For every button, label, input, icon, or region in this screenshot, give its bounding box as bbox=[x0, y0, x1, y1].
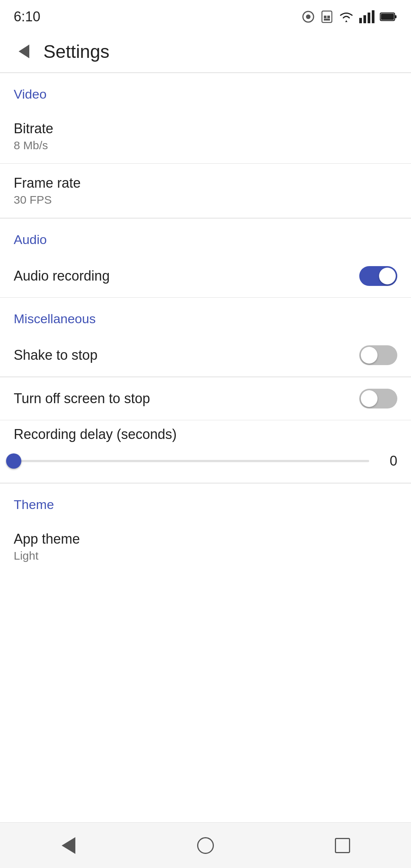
settings-item-audio-recording[interactable]: Audio recording bbox=[0, 255, 411, 297]
wifi-icon bbox=[339, 11, 354, 22]
section-theme: Theme App theme Light bbox=[0, 483, 411, 574]
svg-rect-7 bbox=[363, 15, 366, 23]
slider-track-bg bbox=[14, 460, 369, 462]
section-audio: Audio Audio recording bbox=[0, 219, 411, 297]
bitrate-title: Bitrate bbox=[14, 121, 53, 137]
shake-toggle-thumb bbox=[361, 347, 378, 364]
section-header-video: Video bbox=[0, 73, 411, 109]
svg-rect-3 bbox=[324, 16, 327, 18]
section-video: Video Bitrate 8 Mb/s Frame rate 30 FPS bbox=[0, 73, 411, 218]
signal-icon bbox=[359, 10, 374, 23]
turn-off-toggle-thumb bbox=[361, 390, 378, 407]
page-title: Settings bbox=[43, 41, 109, 62]
section-header-theme: Theme bbox=[0, 483, 411, 520]
status-time: 6:10 bbox=[14, 9, 40, 25]
section-header-misc: Miscellaneous bbox=[0, 298, 411, 334]
app-bar: Settings bbox=[0, 30, 411, 72]
battery-icon bbox=[380, 12, 397, 22]
settings-item-turn-off-screen[interactable]: Turn off screen to stop bbox=[0, 377, 411, 420]
back-arrow-icon bbox=[19, 45, 29, 58]
nav-back-button[interactable] bbox=[53, 830, 84, 861]
settings-item-framerate[interactable]: Frame rate 30 FPS bbox=[0, 164, 411, 218]
nav-back-icon bbox=[62, 837, 75, 854]
section-miscellaneous: Miscellaneous Shake to stop Turn off scr… bbox=[0, 298, 411, 483]
slider-thumb[interactable] bbox=[6, 453, 21, 469]
turn-off-screen-title: Turn off screen to stop bbox=[14, 391, 150, 407]
svg-rect-9 bbox=[372, 10, 374, 23]
nav-home-icon bbox=[197, 837, 214, 854]
settings-item-bitrate[interactable]: Bitrate 8 Mb/s bbox=[0, 109, 411, 163]
shake-to-stop-title: Shake to stop bbox=[14, 347, 97, 363]
svg-rect-4 bbox=[327, 16, 330, 18]
framerate-value: 30 FPS bbox=[14, 193, 81, 206]
svg-point-1 bbox=[306, 14, 311, 19]
settings-content: Video Bitrate 8 Mb/s Frame rate 30 FPS A… bbox=[0, 73, 411, 627]
recording-delay-section: Recording delay (seconds) 0 bbox=[0, 420, 411, 483]
settings-item-app-theme[interactable]: App theme Light bbox=[0, 520, 411, 574]
audio-recording-toggle[interactable] bbox=[359, 266, 397, 286]
turn-off-screen-toggle[interactable] bbox=[359, 389, 397, 408]
recording-delay-label: Recording delay (seconds) bbox=[14, 426, 397, 442]
shake-to-stop-toggle[interactable] bbox=[359, 345, 397, 365]
svg-rect-12 bbox=[381, 14, 394, 20]
recording-delay-slider[interactable] bbox=[14, 460, 369, 463]
svg-rect-6 bbox=[359, 18, 362, 23]
nav-recents-button[interactable] bbox=[327, 830, 358, 861]
toggle-thumb bbox=[379, 268, 396, 284]
framerate-title: Frame rate bbox=[14, 175, 81, 191]
status-bar: 6:10 bbox=[0, 0, 411, 30]
sim-icon bbox=[320, 10, 333, 23]
svg-rect-5 bbox=[324, 19, 330, 21]
app-theme-title: App theme bbox=[14, 531, 80, 547]
svg-rect-8 bbox=[368, 13, 370, 23]
audio-recording-title: Audio recording bbox=[14, 268, 110, 284]
circle-dot-icon bbox=[301, 10, 315, 24]
settings-item-shake-to-stop[interactable]: Shake to stop bbox=[0, 334, 411, 377]
section-header-audio: Audio bbox=[0, 219, 411, 255]
app-theme-value: Light bbox=[14, 549, 80, 562]
nav-home-button[interactable] bbox=[190, 830, 221, 861]
back-button[interactable] bbox=[11, 38, 37, 65]
bottom-nav bbox=[0, 822, 411, 868]
svg-rect-11 bbox=[395, 15, 397, 18]
status-icons bbox=[301, 10, 397, 24]
bitrate-value: 8 Mb/s bbox=[14, 139, 53, 152]
recording-delay-value: 0 bbox=[378, 453, 397, 469]
nav-recents-icon bbox=[335, 838, 350, 853]
svg-rect-2 bbox=[322, 11, 332, 22]
